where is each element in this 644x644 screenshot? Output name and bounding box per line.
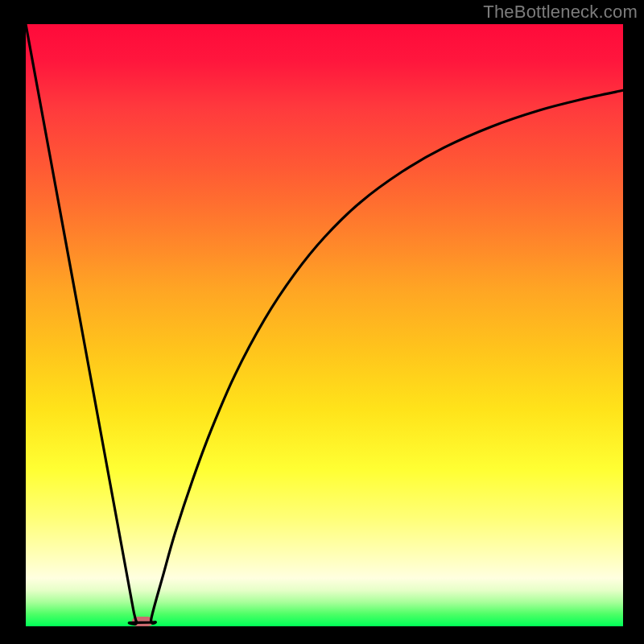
plot-area <box>26 24 623 626</box>
watermark-text: TheBottleneck.com <box>483 2 638 23</box>
chart-frame: TheBottleneck.com <box>0 0 644 644</box>
bottleneck-marker <box>132 617 153 626</box>
